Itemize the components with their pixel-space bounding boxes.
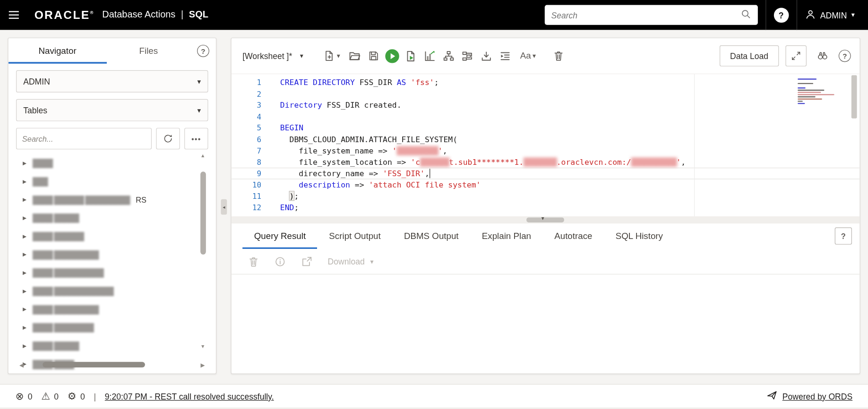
expand-caret-icon[interactable]: ▶ [23, 160, 26, 166]
expand-caret-icon[interactable]: ▶ [23, 251, 26, 257]
data-load-button[interactable]: Data Load [720, 45, 779, 67]
explain-plan-button[interactable] [439, 46, 458, 65]
run-script-button[interactable] [402, 46, 421, 65]
worksheet-toolbar: [Worksheet ]* ▾ ▾ [232, 38, 860, 74]
tree-item[interactable]: ▶████ [23, 154, 216, 172]
sidebar-horizontal-scrollbar[interactable]: ◀ ▶ [19, 361, 205, 368]
results-empty-area [232, 274, 860, 374]
tab-navigator[interactable]: Navigator [9, 38, 107, 64]
code-line[interactable]: 3Directory FSS_DIR created. [232, 100, 860, 111]
expand-caret-icon[interactable]: ▶ [23, 288, 26, 294]
code-line[interactable]: 1CREATE DIRECTORY FSS_DIR AS 'fss'; [232, 77, 860, 88]
hamburger-menu-icon[interactable] [0, 0, 28, 30]
scrollbar-thumb[interactable] [851, 75, 857, 118]
expand-caret-icon[interactable]: ▶ [23, 179, 26, 184]
collapse-sidebar-handle[interactable]: ◂ [221, 199, 227, 215]
status-message-link[interactable]: 9:20:07 PM - REST call resolved successf… [105, 392, 274, 401]
font-size-button[interactable]: Aa ▾ [515, 46, 541, 65]
more-actions-button[interactable]: ••• [184, 128, 208, 150]
scrollbar-thumb[interactable] [200, 171, 206, 255]
format-code-button[interactable] [496, 46, 515, 65]
code-line[interactable]: 10 description => 'attach OCI file syste… [232, 179, 860, 190]
tree-item[interactable]: ▶████ ██████████ [23, 264, 216, 282]
sidebar-vertical-scrollbar[interactable]: ▲ ▼ [200, 153, 206, 349]
download-results-button[interactable]: Download ▾ [328, 257, 374, 266]
tab-sql-history[interactable]: SQL History [604, 223, 675, 249]
open-file-button[interactable] [345, 46, 364, 65]
scrollbar-thumb[interactable] [43, 362, 145, 367]
tree-item[interactable]: ▶████ █████████ [23, 245, 216, 264]
scroll-right-icon[interactable]: ▶ [200, 362, 205, 368]
expand-caret-icon[interactable]: ▶ [23, 343, 26, 349]
scroll-down-icon[interactable]: ▼ [200, 344, 205, 349]
clear-worksheet-button[interactable] [549, 46, 568, 65]
tab-files[interactable]: Files [107, 38, 191, 64]
tab-script-output[interactable]: Script Output [318, 223, 393, 249]
expand-caret-icon[interactable]: ▶ [23, 215, 26, 221]
tree-item[interactable]: ▶████ ████████████ [23, 281, 216, 300]
maximize-button[interactable] [785, 45, 807, 67]
tab-query-result[interactable]: Query Result [242, 223, 318, 249]
autotrace-chart-button[interactable] [421, 46, 439, 65]
tree-item[interactable]: ▶████ █████ [23, 209, 216, 227]
tab-explain-plan[interactable]: Explain Plan [470, 223, 542, 249]
run-statement-button[interactable] [383, 46, 402, 65]
tab-dbms-output[interactable]: DBMS Output [392, 223, 470, 249]
editor-minimap[interactable] [798, 78, 846, 105]
editor-vertical-scrollbar[interactable] [851, 75, 857, 215]
warning-counter[interactable]: ⚠ 0 [41, 391, 59, 401]
code-line[interactable]: 12END; [232, 202, 860, 213]
collapse-results-icon[interactable]: ▾ [541, 215, 544, 222]
tree-item[interactable]: ▶████ █████████ [23, 300, 216, 318]
code-line[interactable]: 5BEGIN [232, 122, 860, 134]
code-editor[interactable]: 1CREATE DIRECTORY FSS_DIR AS 'fss';23Dir… [232, 74, 860, 216]
font-size-label: Aa [520, 51, 531, 61]
worksheet-help-icon[interactable]: ? [839, 50, 851, 62]
refresh-button[interactable] [156, 128, 180, 150]
code-line[interactable]: 2 [232, 88, 860, 100]
user-menu[interactable]: ADMIN ▾ [805, 9, 868, 21]
clear-results-button[interactable] [248, 256, 259, 267]
find-replace-button[interactable] [813, 46, 832, 65]
tree-item[interactable]: ▶████ ██████ [23, 227, 216, 245]
save-button[interactable] [364, 46, 383, 65]
schema-select[interactable]: ADMIN ▾ [16, 70, 208, 93]
tree-item[interactable]: ▶████ █████ [23, 336, 216, 355]
powered-by[interactable]: Powered by ORDS [767, 390, 852, 402]
code-line[interactable]: 4 [232, 111, 860, 122]
sidebar-help-icon[interactable]: ? [197, 45, 209, 57]
code-line[interactable]: 9 directory_name => 'FSS_DIR', [232, 168, 860, 179]
expand-caret-icon[interactable]: ▶ [23, 233, 26, 239]
scrollbar-thumb[interactable] [526, 217, 564, 222]
scroll-up-icon[interactable]: ▲ [200, 153, 205, 158]
sidebar-search-input[interactable] [16, 128, 152, 150]
schema-tree: ▶████▶███▶████ ██████ █████████RS▶████ █… [9, 154, 216, 374]
new-worksheet-button[interactable]: ▾ [319, 46, 345, 65]
code-line[interactable]: 11 ); [232, 190, 860, 202]
results-help-icon[interactable]: ? [835, 228, 852, 245]
search-icon[interactable] [740, 9, 751, 21]
expand-caret-icon[interactable]: ▶ [23, 306, 26, 312]
code-line[interactable]: 7 file_system_name => '██████████', [232, 145, 860, 156]
results-info-button[interactable] [275, 256, 285, 267]
error-counter[interactable]: ⊗ 0 [16, 391, 33, 401]
sql-monitor-button[interactable] [458, 46, 477, 65]
scroll-left-icon[interactable]: ◀ [19, 362, 24, 368]
tree-item[interactable]: ▶███ [23, 172, 216, 190]
help-icon[interactable]: ? [773, 8, 789, 23]
tab-autotrace[interactable]: Autotrace [543, 223, 604, 249]
global-search-input[interactable] [551, 10, 740, 20]
code-line[interactable]: 8 file_system_location => 'c███████t.sub… [232, 156, 860, 168]
code-line[interactable]: 6 DBMS_CLOUD_ADMIN.ATTACH_FILE_SYSTEM( [232, 134, 860, 145]
expand-caret-icon[interactable]: ▶ [23, 196, 26, 202]
download-button[interactable] [477, 46, 496, 65]
expand-caret-icon[interactable]: ▶ [23, 270, 26, 275]
tree-item[interactable]: ▶████ ██████ █████████RS [23, 190, 216, 209]
worksheet-selector[interactable]: [Worksheet ]* ▾ [242, 51, 303, 60]
process-counter[interactable]: ⚙ 0 [68, 391, 85, 401]
object-type-select[interactable]: Tables ▾ [16, 99, 208, 121]
editor-horizontal-scrollbar[interactable]: ▾ [232, 216, 860, 223]
expand-caret-icon[interactable]: ▶ [23, 324, 26, 330]
open-in-new-button[interactable] [301, 256, 312, 267]
tree-item[interactable]: ▶████ ████████ [23, 318, 216, 337]
